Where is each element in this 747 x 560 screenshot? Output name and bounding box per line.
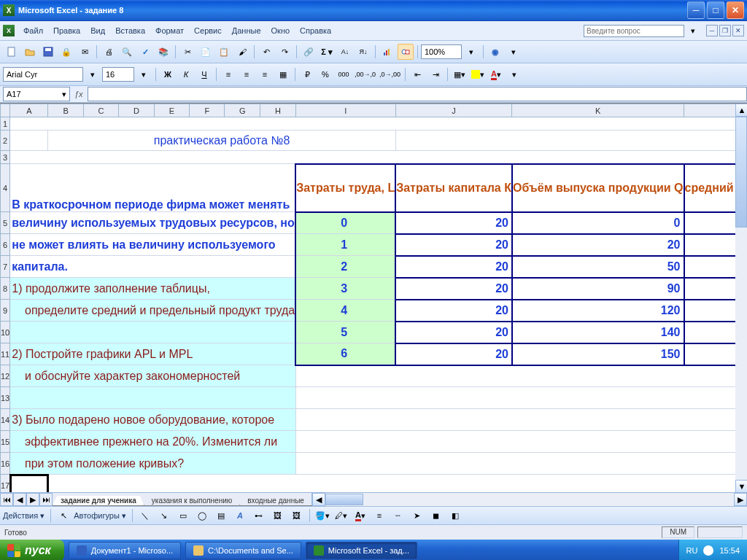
format-painter-button[interactable]: 🖌	[234, 44, 250, 60]
toolbar2-options-button[interactable]: ▾	[506, 66, 522, 82]
comma-button[interactable]: 000	[336, 66, 352, 82]
underline-button[interactable]: Ч	[196, 66, 212, 82]
font-color-button[interactable]: А▾	[488, 66, 504, 82]
cut-button[interactable]: ✂	[179, 44, 196, 60]
scroll-down-button[interactable]: ▼	[735, 480, 747, 493]
arrowstyle-button[interactable]: ➤	[409, 508, 425, 524]
start-button[interactable]: пуск	[0, 540, 64, 560]
scroll-right-button[interactable]: ▶	[734, 493, 747, 506]
chart-wizard-button[interactable]	[379, 44, 395, 60]
window-close-button[interactable]: ✕	[727, 1, 744, 19]
increase-decimal-button[interactable]: ,00→,0	[354, 66, 376, 82]
3d-button[interactable]: ◧	[447, 508, 463, 524]
percent-button[interactable]: %	[317, 66, 333, 82]
font-name-combo[interactable]	[3, 67, 83, 82]
taskbar-item-explorer[interactable]: C:\Documents and Se...	[185, 542, 301, 559]
line-color-button[interactable]: 🖊▾	[333, 508, 349, 524]
picture-icon[interactable]: 🖼	[289, 508, 305, 524]
zoom-dropdown-icon[interactable]: ▾	[463, 44, 479, 60]
align-left-button[interactable]: ≡	[220, 66, 236, 82]
system-tray[interactable]: RU 15:54	[678, 540, 747, 560]
font-color2-button[interactable]: А▾	[352, 508, 368, 524]
v-scroll-thumb[interactable]	[735, 117, 747, 228]
line-style-button[interactable]: ≡	[371, 508, 387, 524]
borders-button[interactable]: ▦▾	[452, 66, 468, 82]
currency-button[interactable]: ₽	[299, 66, 315, 82]
sheet-tab-2[interactable]: указания к выполнению	[144, 496, 240, 506]
taskbar-item-word[interactable]: Документ1 - Microso...	[69, 542, 181, 559]
paste-button[interactable]: 📋	[216, 44, 232, 60]
menu-tools[interactable]: Сервис	[190, 25, 226, 36]
row-header[interactable]: 1	[1, 117, 10, 131]
fx-icon[interactable]: ƒx	[74, 90, 83, 98]
permissions-button[interactable]: 🔒	[58, 44, 74, 60]
print-preview-button[interactable]: 🔍	[119, 44, 135, 60]
oval-icon[interactable]: ◯	[194, 508, 210, 524]
copy-button[interactable]: 📄	[198, 44, 214, 60]
vertical-scrollbar[interactable]: ▲ ▼	[735, 104, 747, 493]
help-search-input[interactable]	[584, 25, 684, 37]
sheet-tab-3[interactable]: входные данные	[239, 496, 312, 506]
menu-edit[interactable]: Правка	[49, 25, 85, 36]
align-center-button[interactable]: ≡	[239, 66, 255, 82]
toolbar-options-button[interactable]: ▾	[506, 44, 522, 60]
italic-button[interactable]: К	[178, 66, 194, 82]
menu-data[interactable]: Данные	[228, 25, 266, 36]
tab-nav-last[interactable]: ⏭	[39, 493, 53, 506]
horizontal-scrollbar[interactable]: ◀ ▶	[311, 493, 747, 506]
rectangle-icon[interactable]: ▭	[175, 508, 191, 524]
merge-center-button[interactable]: ▦	[275, 66, 291, 82]
undo-button[interactable]: ↶	[258, 44, 274, 60]
align-right-button[interactable]: ≡	[257, 66, 273, 82]
spreadsheet-grid[interactable]: ABCDEFGHIJKLMN 1 2практическая работа №8…	[0, 104, 747, 497]
menu-file[interactable]: Файл	[19, 25, 47, 36]
taskbar-item-excel[interactable]: Microsoft Excel - зад...	[306, 542, 417, 559]
tab-nav-prev[interactable]: ◀	[13, 493, 26, 506]
textbox-icon[interactable]: ▤	[213, 508, 229, 524]
doc-minimize-button[interactable]: ─	[706, 25, 718, 36]
shadow-button[interactable]: ◼	[428, 508, 444, 524]
zoom-combo[interactable]	[421, 44, 462, 59]
drawing-toggle-button[interactable]	[398, 44, 414, 60]
open-button[interactable]	[22, 44, 38, 60]
actions-menu[interactable]: Действия ▾	[3, 511, 44, 521]
fill-color-button[interactable]: ▾	[470, 66, 486, 82]
doc-close-button[interactable]: ✕	[732, 25, 744, 36]
clipart-icon[interactable]: 🖼	[270, 508, 286, 524]
tray-icon[interactable]	[703, 545, 713, 556]
help-button[interactable]: ◉	[487, 44, 503, 60]
sheet-tab-1[interactable]: задание для ученика	[53, 496, 144, 506]
column-headers[interactable]: ABCDEFGHIJKLMN	[1, 104, 748, 117]
scroll-left-button[interactable]: ◀	[312, 493, 325, 506]
window-minimize-button[interactable]: ─	[687, 1, 705, 19]
print-button[interactable]: 🖨	[101, 44, 117, 60]
menu-help[interactable]: Справка	[295, 25, 336, 36]
line-icon[interactable]: ＼	[137, 508, 153, 524]
pointer-icon[interactable]: ↖	[55, 508, 71, 524]
save-button[interactable]	[40, 44, 56, 60]
formula-input[interactable]	[88, 87, 747, 101]
increase-indent-button[interactable]: ⇥	[427, 66, 444, 82]
arrow-icon[interactable]: ↘	[156, 508, 172, 524]
language-indicator[interactable]: RU	[686, 546, 698, 555]
diagram-icon[interactable]: ⊷	[251, 508, 267, 524]
tab-nav-next[interactable]: ▶	[26, 493, 39, 506]
menu-view[interactable]: Вид	[86, 25, 109, 36]
autoshapes-menu[interactable]: Автофигуры ▾	[74, 511, 126, 521]
fontsize-dropdown-icon[interactable]: ▾	[136, 66, 152, 82]
doc-restore-button[interactable]: ❐	[719, 25, 731, 36]
h-scroll-thumb[interactable]	[325, 494, 363, 505]
menu-format[interactable]: Формат	[151, 25, 188, 36]
redo-button[interactable]: ↷	[276, 44, 293, 60]
spellcheck-button[interactable]: ✓	[137, 44, 153, 60]
email-button[interactable]: ✉	[77, 44, 93, 60]
bold-button[interactable]: Ж	[160, 66, 176, 82]
help-dropdown-icon[interactable]: ▾	[685, 23, 701, 39]
name-box[interactable]: A17▾	[3, 87, 70, 101]
research-button[interactable]: 📚	[155, 44, 171, 60]
tab-nav-first[interactable]: ⏮	[0, 493, 13, 506]
dash-style-button[interactable]: ┄	[390, 508, 406, 524]
font-size-combo[interactable]	[102, 67, 134, 82]
wordart-icon[interactable]: A	[232, 508, 248, 524]
new-doc-button[interactable]	[4, 44, 20, 60]
